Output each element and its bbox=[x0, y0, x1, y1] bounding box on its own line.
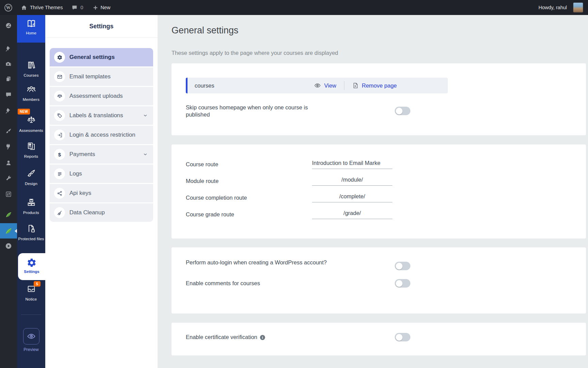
menu-item-label: Payments bbox=[69, 151, 95, 158]
menu-item-payments[interactable]: $ Payments bbox=[50, 145, 153, 164]
comments-menu[interactable]: 0 bbox=[71, 4, 83, 11]
menu-item-login-access-restriction[interactable]: Login & access restriction bbox=[50, 126, 153, 144]
menu-item-data-cleanup[interactable]: Data Cleanup bbox=[50, 203, 153, 222]
sidebar-item-settings[interactable]: Settings bbox=[18, 253, 45, 280]
panel-divider bbox=[45, 37, 158, 38]
open-book-icon bbox=[26, 19, 36, 29]
wordpress-logo-icon[interactable]: W bbox=[4, 3, 13, 12]
panel-title: Settings bbox=[45, 23, 158, 30]
route-label: Module route bbox=[186, 178, 312, 184]
app-window: W Thrive Themes 0 New Howdy, rahul bbox=[0, 0, 588, 368]
balance-scales-icon bbox=[54, 91, 65, 102]
certificate-setting: Enable certificate verificationi bbox=[186, 333, 410, 341]
menu-item-general-settings[interactable]: General settings bbox=[50, 48, 153, 66]
page-title: General settings bbox=[172, 24, 588, 37]
remove-document-icon bbox=[352, 82, 359, 89]
new-content-menu[interactable]: New bbox=[93, 5, 111, 10]
menu-item-label: Api keys bbox=[69, 190, 91, 197]
users-icon[interactable] bbox=[5, 159, 12, 166]
comments-icon[interactable] bbox=[5, 91, 12, 98]
account-menu[interactable]: Howdy, rahul bbox=[538, 2, 583, 13]
sidebar-item-label: Design bbox=[17, 181, 45, 186]
thrive-leaf-icon[interactable] bbox=[5, 211, 12, 218]
view-page-link[interactable]: View bbox=[314, 82, 336, 89]
pin-icon[interactable] bbox=[5, 107, 12, 114]
sidebar-item-label: Home bbox=[17, 31, 45, 35]
wp-admin-bar: W Thrive Themes 0 New Howdy, rahul bbox=[0, 0, 588, 15]
sidebar-item-protected-files[interactable]: Protected files bbox=[17, 224, 45, 242]
certificate-toggle[interactable] bbox=[395, 333, 410, 341]
route-label: Course grade route bbox=[186, 211, 312, 218]
course-page-row: courses View Remove page bbox=[186, 78, 448, 93]
skip-homepage-setting: Skip courses homepage when only one cour… bbox=[186, 104, 410, 118]
course-page-name: courses bbox=[195, 82, 214, 89]
menu-item-logs[interactable]: Logs bbox=[50, 165, 153, 183]
remove-page-link[interactable]: Remove page bbox=[352, 82, 397, 89]
course-completion-route-row: Course completion route bbox=[186, 189, 586, 206]
login-arrow-icon bbox=[54, 129, 65, 140]
sidebar-item-notice[interactable]: 5 Notice bbox=[17, 284, 45, 302]
sidebar-item-members[interactable]: Members bbox=[17, 85, 45, 102]
sidebar-item-label: Preview bbox=[17, 347, 45, 352]
menu-item-labels-translations[interactable]: Labels & translations bbox=[50, 106, 153, 125]
certificate-label: Enable certificate verification bbox=[186, 334, 257, 340]
chevron-down-icon bbox=[143, 152, 148, 157]
setting-label: Perform auto-login when creating a WordP… bbox=[186, 259, 327, 266]
skip-homepage-toggle[interactable] bbox=[395, 107, 410, 115]
broom-icon bbox=[54, 207, 65, 218]
sidebar-item-reports[interactable]: Reports bbox=[17, 141, 45, 159]
pin-icon[interactable] bbox=[5, 45, 12, 52]
route-label: Course route bbox=[186, 161, 312, 168]
new-badge: NEW bbox=[18, 109, 30, 114]
course-route-input[interactable] bbox=[312, 160, 392, 169]
menu-item-email-templates[interactable]: Email templates bbox=[50, 67, 153, 86]
info-icon[interactable]: i bbox=[260, 335, 265, 340]
course-grade-route-input[interactable] bbox=[312, 210, 392, 219]
bookshelf-icon bbox=[27, 60, 36, 70]
media-icon[interactable] bbox=[5, 61, 12, 68]
setting-label: Enable certificate verificationi bbox=[186, 334, 265, 341]
sidebar-item-label: Settings bbox=[18, 270, 45, 274]
remove-page-label: Remove page bbox=[362, 82, 397, 89]
dollar-icon: $ bbox=[54, 149, 65, 160]
video-play-icon[interactable] bbox=[5, 242, 12, 250]
sidebar-item-design[interactable]: Design bbox=[17, 169, 45, 186]
module-route-input[interactable] bbox=[312, 177, 392, 186]
eye-icon bbox=[314, 82, 321, 89]
sidebar-item-label: Products bbox=[17, 210, 45, 215]
apprentice-sidebar: Home Courses Members NEW Assessments Rep… bbox=[17, 15, 45, 368]
menu-item-assessment-uploads[interactable]: Assessment uploads bbox=[50, 87, 153, 105]
site-menu[interactable]: Thrive Themes bbox=[21, 4, 63, 11]
sidebar-item-home[interactable]: Home bbox=[17, 15, 45, 43]
comments-setting: Enable comments for courses bbox=[186, 279, 410, 288]
sidebar-item-courses[interactable]: Courses bbox=[17, 60, 45, 78]
sidebar-item-label: Reports bbox=[17, 154, 45, 159]
comments-count: 0 bbox=[80, 5, 83, 10]
auto-login-setting: Perform auto-login when creating a WordP… bbox=[186, 259, 410, 270]
sidebar-item-preview[interactable]: Preview bbox=[17, 328, 45, 352]
sidebar-item-assessments[interactable]: NEW Assessments bbox=[17, 116, 45, 133]
page-subtitle: These settings apply to the page where y… bbox=[172, 49, 588, 57]
settings-sliders-icon[interactable] bbox=[5, 191, 12, 198]
menu-item-api-keys[interactable]: Api keys bbox=[50, 184, 153, 202]
auto-login-toggle[interactable] bbox=[395, 262, 410, 270]
tools-wrench-icon[interactable] bbox=[5, 175, 12, 182]
pages-icon[interactable] bbox=[5, 76, 12, 82]
thrive-apprentice-active-item[interactable] bbox=[0, 223, 17, 239]
sidebar-item-label: Notice bbox=[17, 297, 45, 302]
account-options-card: Perform auto-login when creating a WordP… bbox=[172, 247, 586, 313]
menu-item-label: Email templates bbox=[69, 73, 111, 80]
dashboard-icon[interactable] bbox=[5, 22, 12, 29]
menu-item-label: General settings bbox=[69, 54, 115, 61]
certificate-card: Enable certificate verificationi bbox=[172, 323, 586, 355]
comments-toggle[interactable] bbox=[395, 279, 410, 288]
course-completion-route-input[interactable] bbox=[312, 193, 392, 202]
appearance-brush-icon[interactable] bbox=[5, 128, 12, 135]
sidebar-item-products[interactable]: Products bbox=[17, 198, 45, 215]
plugins-icon[interactable] bbox=[5, 143, 12, 150]
sidebar-item-label: Assessments bbox=[17, 128, 45, 133]
notice-count-badge: 5 bbox=[34, 281, 40, 287]
gear-icon bbox=[54, 52, 65, 63]
setting-label: Skip courses homepage when only one cour… bbox=[186, 104, 322, 118]
envelope-icon bbox=[54, 71, 65, 82]
